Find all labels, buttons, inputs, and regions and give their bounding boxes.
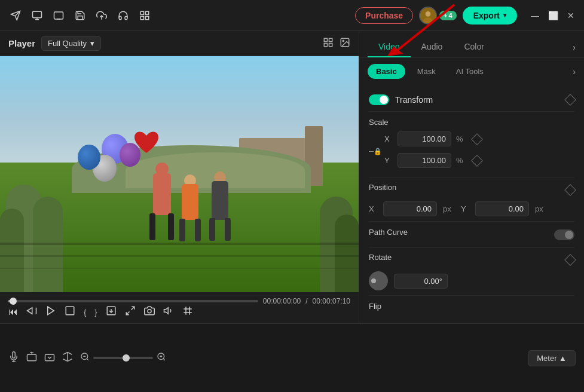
chevron-down-icon: ▾ (90, 39, 94, 48)
monitor-icon[interactable] (50, 7, 67, 24)
rotate-input[interactable] (394, 274, 448, 289)
fullscreen-button[interactable] (125, 305, 136, 318)
scale-x-label: X (384, 134, 393, 143)
svg-rect-8 (140, 11, 143, 14)
player-header: Player Full Quality ▾ (0, 31, 359, 56)
scale-y-keyframe[interactable] (471, 155, 483, 167)
timeline-add-icon[interactable] (26, 351, 37, 365)
rotate-dial[interactable] (369, 271, 388, 290)
right-panel: Video Audio Color › Basic Mask AI Tools … (359, 31, 584, 323)
scale-y-label: Y (384, 156, 393, 165)
path-curve-toggle[interactable] (554, 229, 574, 240)
time-separator: / (305, 297, 307, 305)
timeline-import-icon[interactable] (44, 351, 55, 365)
insert-button[interactable] (106, 305, 117, 318)
time-current: 00:00:00:00 (263, 297, 301, 305)
frame-back-button[interactable] (26, 305, 37, 318)
send-icon[interactable] (7, 7, 24, 24)
save-icon[interactable] (72, 7, 88, 24)
tab-audio[interactable]: Audio (411, 37, 454, 57)
step-back-button[interactable]: ⏮ (8, 307, 18, 317)
tab-color[interactable]: Color (453, 37, 494, 57)
svg-rect-5 (54, 12, 63, 19)
subtab-aitools[interactable]: AI Tools (448, 64, 492, 79)
minimize-button[interactable]: — (529, 10, 541, 22)
position-keyframe[interactable] (564, 184, 576, 196)
transform-toggle[interactable] (369, 94, 389, 105)
position-section: Position X px Y px (369, 177, 574, 221)
plus-badge: + 4 (439, 11, 457, 20)
progress-thumb (10, 298, 17, 305)
toolbar-icons (7, 7, 349, 24)
audio-button[interactable] (163, 305, 174, 318)
mark-out-button[interactable]: } (94, 308, 97, 317)
position-row: X px Y px (369, 201, 574, 216)
pos-y-input[interactable] (475, 201, 529, 216)
quality-dropdown[interactable]: Full Quality ▾ (41, 36, 101, 51)
people (136, 145, 268, 240)
rotate-control (369, 271, 574, 290)
play-button[interactable] (45, 305, 56, 318)
shadow-stripes (0, 243, 359, 245)
progress-track[interactable] (8, 300, 258, 302)
svg-line-39 (87, 359, 88, 360)
svg-line-28 (126, 312, 129, 315)
main-area: Player Full Quality ▾ (0, 31, 584, 323)
stop-button[interactable] (65, 305, 75, 318)
rotate-header: Rotate (369, 253, 574, 267)
tab-more-arrow[interactable]: › (573, 42, 576, 52)
svg-rect-16 (329, 38, 332, 41)
svg-rect-17 (324, 43, 327, 46)
mark-in-button[interactable]: { (84, 308, 86, 317)
scale-x-input[interactable] (398, 131, 451, 146)
timeline-split-icon[interactable] (62, 351, 73, 365)
mic-icon[interactable] (8, 351, 19, 365)
subtab-more-arrow[interactable]: › (573, 67, 576, 76)
avatar[interactable] (419, 7, 437, 24)
rotate-keyframe[interactable] (564, 254, 576, 266)
screenshot-button[interactable] (144, 305, 155, 318)
zoom-out-icon[interactable] (80, 352, 90, 364)
svg-rect-24 (66, 307, 74, 315)
close-button[interactable]: ✕ (565, 10, 577, 22)
media-icon[interactable] (29, 7, 45, 24)
grid-icon[interactable] (136, 7, 153, 24)
headphone-icon[interactable] (115, 7, 132, 24)
progress-row: 00:00:00:00 / 00:00:07:10 (0, 297, 359, 305)
flip-section: Flip (369, 295, 574, 314)
scale-y-row: Y % (384, 153, 574, 168)
zoom-track[interactable] (93, 357, 153, 359)
export-button[interactable]: Export ▾ (463, 7, 517, 24)
svg-rect-2 (33, 11, 42, 18)
path-knob (565, 231, 573, 239)
grid-view-icon[interactable] (323, 37, 334, 50)
image-icon[interactable] (340, 37, 350, 50)
transform-keyframe[interactable] (564, 94, 576, 106)
timeline-bar: Meter ▲ (0, 323, 584, 392)
pos-x-unit: px (443, 204, 455, 213)
crop-button[interactable] (182, 305, 193, 318)
sub-tabs: Basic Mask AI Tools › (359, 58, 584, 85)
pos-x-input[interactable] (383, 201, 437, 216)
scale-y-input[interactable] (398, 153, 451, 168)
svg-rect-10 (140, 16, 143, 19)
video-container (0, 56, 359, 292)
scale-x-keyframe[interactable] (471, 133, 483, 145)
scale-lock[interactable]: 🔒 (370, 148, 381, 156)
maximize-button[interactable]: ⬜ (547, 10, 559, 22)
tab-video[interactable]: Video (368, 37, 411, 57)
subtab-mask[interactable]: Mask (409, 64, 444, 79)
meter-button[interactable]: Meter ▲ (528, 350, 576, 366)
pos-x-label: X (369, 204, 377, 213)
upload-icon[interactable] (93, 7, 110, 24)
zoom-in-icon[interactable] (157, 352, 166, 364)
timeline-zoom (80, 352, 166, 364)
pos-y-unit: px (535, 204, 547, 213)
purchase-button[interactable]: Purchase (355, 7, 413, 24)
controls-row: ⏮ { } (0, 305, 359, 323)
subtab-basic[interactable]: Basic (368, 64, 405, 79)
shadow-stripes-3 (0, 268, 359, 269)
svg-rect-11 (146, 16, 149, 19)
left-panel: Player Full Quality ▾ (0, 31, 359, 323)
window-controls: — ⬜ ✕ (529, 10, 577, 22)
